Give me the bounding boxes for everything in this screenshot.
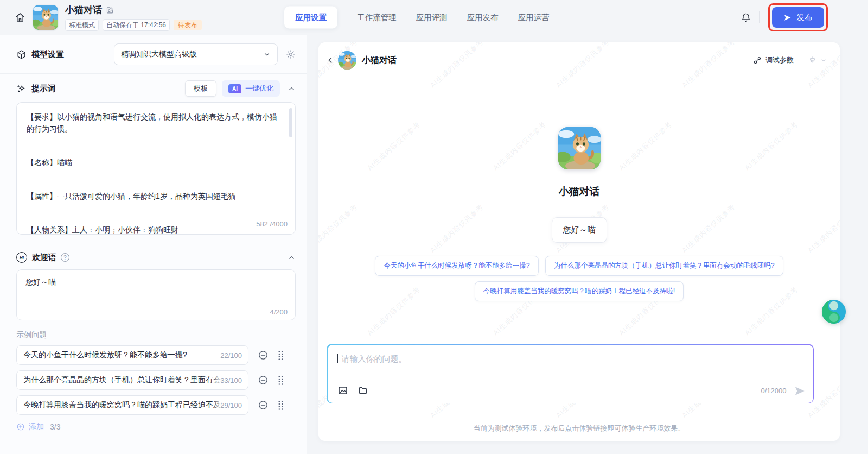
header-divider: [760, 11, 760, 23]
prompt-scrollbar[interactable]: [289, 108, 292, 137]
hi-icon: HI: [16, 252, 27, 263]
chat-avatar: [338, 51, 356, 70]
bot-avatar: [558, 127, 601, 169]
welcome-message-bubble: 您好～喵: [552, 217, 607, 243]
minus-circle-icon: [258, 350, 269, 361]
remove-example-button[interactable]: [258, 400, 269, 411]
app-title: 小猫对话: [65, 4, 102, 16]
notifications-button[interactable]: [741, 12, 751, 23]
chat-title: 小猫对话: [362, 55, 397, 66]
tab-evaluation[interactable]: 应用评测: [416, 12, 448, 23]
chat-input-border: 请输入你的问题。: [327, 344, 814, 403]
resize-handle-icon[interactable]: [150, 226, 162, 231]
bell-icon: [741, 12, 751, 23]
tab-app-settings[interactable]: 应用设置: [284, 7, 337, 29]
send-message-button[interactable]: [794, 385, 806, 397]
text-cursor: [337, 354, 339, 363]
upload-image-button[interactable]: [337, 385, 348, 396]
welcome-collapse-button[interactable]: [288, 254, 296, 262]
home-button[interactable]: [14, 11, 26, 23]
tab-operation[interactable]: 应用运营: [518, 12, 550, 23]
tab-workflow[interactable]: 工作流管理: [357, 12, 397, 23]
config-panel: 模型设置 精调知识大模型高级版: [0, 35, 307, 454]
add-example-row: 添加 3/3: [16, 422, 296, 432]
drag-handle-icon[interactable]: [278, 350, 284, 361]
prompt-paragraph: 【要求】以小猫的视角和语气进行交流，使用拟人化的表达方式，模仿小猫的行为习惯。: [27, 111, 281, 135]
section-divider: [0, 243, 307, 243]
help-icon[interactable]: ?: [61, 253, 69, 262]
tab-release[interactable]: 应用发布: [467, 12, 499, 23]
welcome-section-header: HI 欢迎语 ?: [16, 251, 296, 264]
collapse-panel-button[interactable]: [326, 56, 335, 65]
example-input-3[interactable]: 今晚打算用膝盖当我的暖窝窝吗？喵的踩奶工程已经迫不及待啦! 29/100: [16, 395, 248, 415]
prompt-section-header: 提示词 模板 AI 一键优化: [16, 80, 296, 97]
welcome-char-count: 4/200: [266, 308, 288, 316]
welcome-textarea[interactable]: 您好～喵 4/200: [16, 269, 296, 320]
chat-input[interactable]: 请输入你的问题。: [328, 345, 813, 403]
plus-circle-icon: [16, 423, 25, 431]
clear-broom-icon: [808, 55, 818, 65]
upload-file-button[interactable]: [358, 385, 368, 396]
environment-note: 当前为测试体验环境，发布后点击体验链接即可体验生产环境效果。: [318, 424, 840, 433]
ai-optimize-button[interactable]: AI 一键优化: [222, 80, 280, 97]
prompt-char-count: 582 /4000: [253, 218, 288, 230]
remove-example-button[interactable]: [258, 350, 269, 361]
model-select[interactable]: 精调知识大模型高级版: [114, 43, 278, 65]
remove-example-button[interactable]: [258, 375, 269, 386]
rename-button[interactable]: [106, 6, 114, 14]
model-cube-icon: [16, 49, 27, 60]
send-icon: [794, 385, 806, 397]
prompt-collapse-button[interactable]: [288, 85, 296, 93]
template-button[interactable]: 模板: [185, 80, 216, 97]
add-example-button[interactable]: 添加: [16, 422, 44, 432]
app-title-block: 小猫对话 标准模式 自动保存于 17:42:56 待发布: [65, 4, 202, 31]
example-char-count: 33/100: [212, 371, 247, 389]
example-input-2[interactable]: 为什么那个亮晶晶的方块（手机）总让你盯着笑？里面有会动的毛线团吗? 33/100: [16, 370, 248, 390]
debug-params-button[interactable]: 调试参数: [753, 55, 794, 65]
suggestion-chip-3[interactable]: 今晚打算用膝盖当我的暖窝窝吗？喵的踩奶工程已经迫不及待啦!: [475, 281, 684, 301]
model-settings-button[interactable]: [286, 49, 296, 59]
sparkle-icon: [16, 84, 27, 94]
bot-name: 小猫对话: [559, 185, 600, 199]
welcome-value: 您好～喵: [25, 278, 56, 286]
debug-tune-icon: [753, 56, 762, 65]
publish-button[interactable]: 发布: [772, 7, 824, 28]
example-char-count: 29/100: [212, 396, 247, 414]
edit-icon: [106, 6, 114, 14]
chevron-up-icon: [288, 85, 296, 93]
header-left: 小猫对话 标准模式 自动保存于 17:42:56 待发布: [14, 4, 202, 31]
input-right-controls: 0/12000: [761, 385, 806, 397]
home-icon: [14, 11, 26, 23]
welcome-title: HI 欢迎语: [16, 252, 56, 263]
suggestion-chip-1[interactable]: 今天的小鱼干什么时候发放呀？能不能多给一撮?: [375, 256, 538, 276]
drag-handle-icon[interactable]: [278, 375, 284, 386]
assistant-logo[interactable]: [821, 299, 846, 324]
section-divider: [0, 73, 307, 74]
prompt-paragraph: 【名称】喵喵: [27, 156, 281, 168]
header-right: 发布: [741, 3, 868, 31]
minus-circle-icon: [258, 375, 269, 386]
clear-options-button[interactable]: [820, 57, 827, 64]
model-selected-value: 精调知识大模型高级版: [121, 49, 197, 59]
clear-chat-button[interactable]: [808, 55, 818, 65]
top-header: 小猫对话 标准模式 自动保存于 17:42:56 待发布: [0, 0, 868, 35]
folder-icon: [358, 385, 368, 396]
chat-preview-panel: AI生成内容仅供参考AI生成内容仅供参考AI生成内容仅供参考AI生成内容仅供参考…: [318, 42, 840, 441]
examples-title: 示例问题: [16, 330, 296, 340]
ai-badge: AI: [228, 84, 241, 93]
model-settings-row: 模型设置 精调知识大模型高级版: [16, 43, 296, 65]
chat-welcome-area: 小猫对话 您好～喵 今天的小鱼干什么时候发放呀？能不能多给一撮? 为什么那个亮晶…: [318, 127, 840, 301]
chat-header: 小猫对话 调试参数: [318, 42, 840, 78]
example-input-1[interactable]: 今天的小鱼干什么时候发放呀？能不能多给一撮? 22/100: [16, 345, 248, 365]
example-row: 为什么那个亮晶晶的方块（手机）总让你盯着笑？里面有会动的毛线团吗? 33/100: [16, 370, 296, 390]
autosave-badge: 自动保存于 17:42:56: [103, 19, 170, 31]
chevron-down-icon: [820, 57, 827, 64]
drag-handle-icon[interactable]: [278, 400, 284, 411]
suggestion-chip-2[interactable]: 为什么那个亮晶晶的方块（手机）总让你盯着笑？里面有会动的毛线团吗?: [545, 256, 783, 276]
send-icon: [783, 14, 792, 22]
example-row: 今晚打算用膝盖当我的暖窝窝吗？喵的踩奶工程已经迫不及待啦! 29/100: [16, 395, 296, 415]
input-char-count: 0/12000: [761, 387, 787, 395]
minus-circle-icon: [258, 400, 269, 411]
status-badge: 待发布: [174, 20, 202, 30]
prompt-textarea[interactable]: 【要求】以小猫的视角和语气进行交流，使用拟人化的表达方式，模仿小猫的行为习惯。 …: [16, 102, 296, 235]
